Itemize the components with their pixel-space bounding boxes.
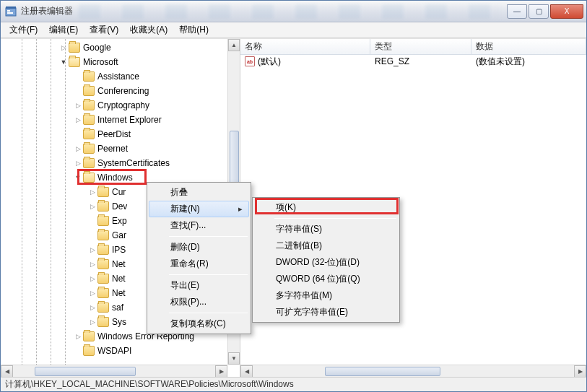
titlebar: 注册表编辑器 — ▢ X — [1, 1, 586, 22]
tree-vthumb[interactable] — [230, 131, 239, 188]
scroll-up-icon[interactable]: ▲ — [228, 39, 240, 51]
folder-icon — [83, 346, 95, 356]
menu-item-项k[interactable]: 项(K) — [254, 199, 398, 216]
expand-icon[interactable] — [87, 318, 97, 326]
folder-icon — [97, 302, 109, 313]
list-row[interactable]: ab(默认)REG_SZ(数值未设置) — [240, 55, 586, 68]
regedit-window: 注册表编辑器 — ▢ X 文件(F) 编辑(E) 查看(V) 收藏夹(A) 帮助… — [0, 0, 587, 392]
close-button[interactable]: X — [550, 4, 583, 19]
menu-item-删除d[interactable]: 删除(D) — [149, 239, 249, 256]
collapse-icon[interactable] — [58, 58, 69, 66]
expand-icon[interactable] — [73, 145, 83, 152]
expand-icon[interactable] — [87, 304, 97, 311]
col-type[interactable]: 类型 — [370, 39, 471, 54]
value-name: (默认) — [258, 56, 281, 68]
window-controls: — ▢ X — [507, 4, 583, 19]
menu-item-折叠[interactable]: 折叠 — [149, 184, 249, 201]
expand-icon[interactable] — [87, 289, 97, 297]
minimize-button[interactable]: — — [507, 4, 527, 19]
expand-icon[interactable] — [87, 188, 97, 196]
tree-hscroll[interactable]: ◀ ▶ — [1, 365, 227, 377]
folder-icon — [83, 158, 95, 168]
menu-item-新建n[interactable]: 新建(N) — [149, 201, 249, 217]
svg-rect-1 — [6, 6, 16, 9]
tree-hthumb[interactable] — [35, 367, 136, 376]
expand-icon[interactable] — [73, 160, 83, 167]
scroll-left-icon[interactable]: ◀ — [1, 365, 13, 378]
expand-icon[interactable] — [58, 44, 69, 51]
context-menu-key: 折叠新建(N)查找(F)...删除(D)重命名(R)导出(E)权限(P)...复… — [147, 182, 251, 334]
menu-item-复制项名称c[interactable]: 复制项名称(C) — [149, 315, 249, 332]
folder-icon — [69, 43, 80, 53]
statusbar: 计算机\HKEY_LOCAL_MACHINE\SOFTWARE\Policies… — [1, 377, 586, 391]
collapse-icon[interactable] — [73, 174, 83, 181]
scroll-down-icon[interactable]: ▼ — [228, 352, 240, 365]
folder-icon — [97, 274, 109, 284]
tree-item-label: Sys — [112, 317, 126, 327]
menu-item-多字符串值m[interactable]: 多字符串值(M) — [254, 287, 398, 304]
tree-item-label: Net — [112, 288, 126, 298]
menu-item-重命名r[interactable]: 重命名(R) — [149, 256, 249, 272]
context-menu-new: 项(K)字符串值(S)二进制值(B)DWORD (32-位)值(D)QWORD … — [252, 197, 400, 323]
tree-item-label: Windows — [97, 173, 133, 183]
window-title: 注册表编辑器 — [21, 5, 73, 17]
tree-item-label: Microsoft — [83, 57, 118, 67]
maximize-button[interactable]: ▢ — [529, 4, 549, 19]
tree-item-label: IPS — [112, 245, 126, 255]
expand-icon[interactable] — [87, 261, 97, 268]
expand-icon[interactable] — [87, 203, 97, 210]
folder-icon — [69, 57, 80, 67]
tree-item-label: Cur — [112, 187, 126, 197]
tree-item-label: saf — [112, 302, 123, 313]
tree-item-label: Internet Explorer — [97, 115, 162, 125]
menu-view[interactable]: 查看(V) — [84, 22, 124, 38]
regedit-icon — [5, 6, 17, 17]
menu-item-二进制值b[interactable]: 二进制值(B) — [254, 238, 398, 254]
expand-icon[interactable] — [73, 333, 83, 340]
expand-icon[interactable] — [87, 246, 97, 253]
folder-icon — [83, 331, 95, 341]
menu-item-字符串值s[interactable]: 字符串值(S) — [254, 221, 398, 238]
col-data[interactable]: 数据 — [471, 39, 586, 54]
expand-icon[interactable] — [73, 116, 83, 123]
menu-separator — [169, 236, 248, 237]
scroll-right-icon[interactable]: ▶ — [215, 365, 227, 378]
menu-edit[interactable]: 编辑(E) — [43, 22, 84, 38]
scroll-right-icon[interactable]: ▶ — [574, 365, 586, 378]
menu-help[interactable]: 帮助(H) — [173, 22, 214, 38]
tree-item-label: WSDAPI — [97, 346, 131, 356]
expand-icon[interactable] — [87, 275, 97, 282]
menu-favorites[interactable]: 收藏夹(A) — [124, 22, 173, 38]
scroll-left-icon[interactable]: ◀ — [240, 365, 253, 378]
menu-item-可扩充字符串值e[interactable]: 可扩充字符串值(E) — [254, 304, 398, 321]
tree-item-label: Assistance — [97, 71, 139, 82]
folder-icon — [83, 100, 95, 110]
menu-item-权限p[interactable]: 权限(P)... — [149, 294, 249, 310]
menu-separator — [274, 218, 396, 219]
menu-file[interactable]: 文件(F) — [4, 22, 43, 38]
menu-item-导出e[interactable]: 导出(E) — [149, 277, 249, 294]
col-name[interactable]: 名称 — [240, 39, 370, 54]
list-hthumb[interactable] — [325, 367, 440, 376]
tree-item-label: Gar — [112, 230, 126, 240]
folder-icon — [83, 86, 95, 96]
menu-item-dword32位值d[interactable]: DWORD (32-位)值(D) — [254, 254, 398, 271]
folder-icon — [97, 259, 109, 269]
folder-icon — [97, 317, 109, 327]
tree-item-label: Dev — [112, 201, 127, 212]
folder-icon — [83, 173, 95, 183]
tree-item-label: Peernet — [97, 144, 128, 154]
folder-icon — [97, 201, 109, 212]
svg-rect-2 — [7, 10, 10, 12]
list-hscroll[interactable]: ◀ ▶ — [240, 365, 586, 377]
folder-icon — [97, 288, 109, 298]
menu-item-qword64位值q[interactable]: QWORD (64 位)值(Q) — [254, 271, 398, 287]
tree-item-label: Conferencing — [97, 86, 149, 96]
tree-item-label: SystemCertificates — [97, 158, 170, 168]
aero-glass-blur — [79, 4, 501, 19]
folder-icon — [83, 71, 95, 82]
menu-item-查找f[interactable]: 查找(F)... — [149, 217, 249, 234]
folder-icon — [97, 187, 109, 197]
expand-icon[interactable] — [73, 102, 83, 109]
folder-icon — [97, 245, 109, 255]
